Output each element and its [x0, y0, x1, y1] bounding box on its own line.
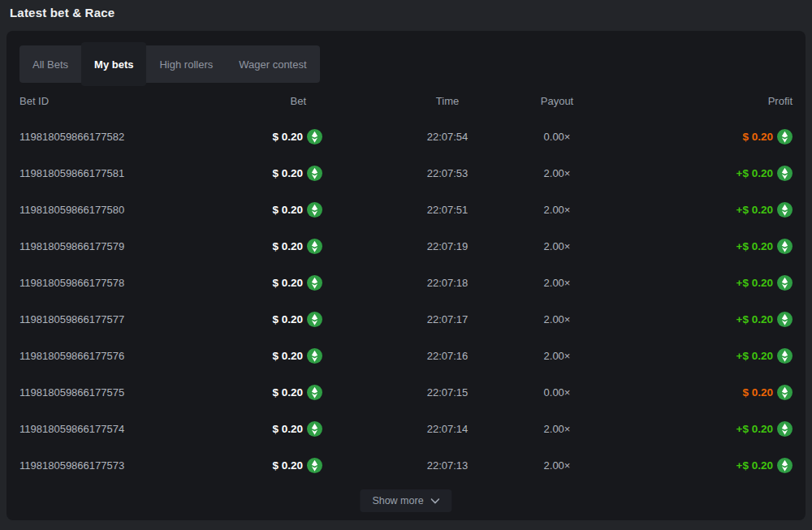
eth-classic-coin-icon [307, 458, 322, 473]
tab-high-rollers[interactable]: High rollers [146, 45, 226, 83]
profit-cell: +$ 0.20 [614, 301, 793, 338]
bet-id-cell: 119818059866177582 [19, 118, 124, 155]
profit-cell: $ 0.20 [614, 374, 793, 411]
bet-time-cell: 22:07:13 [382, 447, 512, 484]
table-row[interactable]: 119818059866177575 $ 0.20 22:07:15 0.00×… [19, 374, 793, 411]
bet-amount-cell: $ 0.20 [144, 447, 322, 484]
column-header-time: Time [382, 94, 512, 107]
profit-value: +$ 0.20 [736, 459, 773, 472]
bet-id-cell: 119818059866177573 [19, 447, 124, 484]
bet-id-cell: 119818059866177577 [19, 301, 124, 338]
payout-cell: 2.00× [500, 228, 614, 265]
bet-amount-value: $ 0.20 [272, 350, 303, 362]
bet-time-cell: 22:07:51 [382, 192, 512, 228]
profit-value: +$ 0.20 [736, 313, 773, 325]
eth-classic-coin-icon [777, 385, 793, 400]
bet-id-cell: 119818059866177581 [19, 155, 124, 192]
table-row[interactable]: 119818059866177580 $ 0.20 22:07:51 2.00×… [19, 192, 793, 228]
eth-classic-coin-icon [777, 348, 793, 364]
profit-cell: +$ 0.20 [614, 228, 793, 265]
eth-classic-coin-icon [777, 166, 793, 181]
eth-classic-coin-icon [777, 239, 793, 254]
profit-value: +$ 0.20 [736, 240, 773, 252]
column-header-payout: Payout [500, 94, 614, 107]
tab-wager-contest[interactable]: Wager contest [226, 45, 319, 83]
table-row[interactable]: 119818059866177577 $ 0.20 22:07:17 2.00×… [19, 301, 793, 338]
bet-amount-cell: $ 0.20 [144, 118, 322, 155]
eth-classic-coin-icon [777, 458, 793, 473]
eth-classic-coin-icon [307, 129, 322, 144]
profit-cell: +$ 0.20 [614, 411, 793, 447]
bet-amount-cell: $ 0.20 [144, 301, 322, 338]
payout-cell: 2.00× [500, 192, 614, 228]
show-more-button[interactable]: Show more [360, 489, 451, 512]
latest-bet-race-section: Latest bet & Race All Bets My bets High … [0, 0, 812, 530]
table-row[interactable]: 119818059866177581 $ 0.20 22:07:53 2.00×… [19, 155, 793, 192]
bet-amount-value: $ 0.20 [272, 277, 303, 289]
table-row[interactable]: 119818059866177579 $ 0.20 22:07:19 2.00×… [19, 228, 793, 265]
bet-amount-cell: $ 0.20 [144, 155, 322, 192]
profit-cell: +$ 0.20 [614, 447, 793, 484]
bet-time-cell: 22:07:17 [382, 301, 512, 338]
bet-amount-cell: $ 0.20 [144, 338, 322, 374]
eth-classic-coin-icon [307, 312, 322, 327]
column-header-profit: Profit [614, 94, 793, 107]
eth-classic-coin-icon [777, 312, 793, 327]
payout-cell: 0.00× [500, 118, 614, 155]
bet-time-cell: 22:07:19 [382, 228, 512, 265]
bet-id-cell: 119818059866177574 [19, 411, 124, 447]
bet-time-cell: 22:07:54 [382, 118, 512, 155]
bet-amount-value: $ 0.20 [272, 313, 303, 325]
profit-value: $ 0.20 [742, 131, 773, 143]
eth-classic-coin-icon [307, 166, 322, 181]
table-row[interactable]: 119818059866177574 $ 0.20 22:07:14 2.00×… [19, 411, 793, 447]
eth-classic-coin-icon [307, 239, 322, 254]
profit-value: +$ 0.20 [736, 204, 773, 216]
tab-all-bets[interactable]: All Bets [19, 45, 81, 83]
payout-cell: 2.00× [500, 301, 614, 338]
table-row[interactable]: 119818059866177573 $ 0.20 22:07:13 2.00×… [19, 447, 793, 484]
profit-cell: +$ 0.20 [614, 192, 793, 228]
bet-amount-value: $ 0.20 [272, 204, 303, 216]
eth-classic-coin-icon [307, 421, 322, 437]
eth-classic-coin-icon [307, 275, 322, 291]
table-row[interactable]: 119818059866177582 $ 0.20 22:07:54 0.00×… [19, 118, 793, 155]
bet-amount-value: $ 0.20 [272, 423, 303, 435]
show-more-label: Show more [372, 495, 423, 506]
profit-cell: +$ 0.20 [614, 265, 793, 301]
bet-amount-cell: $ 0.20 [144, 411, 322, 447]
eth-classic-coin-icon [777, 275, 793, 291]
bets-tab-bar: All Bets My bets High rollers Wager cont… [19, 45, 320, 83]
table-header: Bet ID Bet Time Payout Profit [19, 94, 793, 107]
bet-id-cell: 119818059866177579 [19, 228, 124, 265]
bet-amount-cell: $ 0.20 [144, 374, 322, 411]
bet-time-cell: 22:07:14 [382, 411, 512, 447]
tab-my-bets[interactable]: My bets [81, 42, 146, 86]
profit-value: $ 0.20 [742, 386, 773, 399]
bet-amount-value: $ 0.20 [272, 167, 303, 179]
bets-panel: All Bets My bets High rollers Wager cont… [6, 31, 806, 520]
profit-value: +$ 0.20 [736, 167, 773, 179]
table-row[interactable]: 119818059866177576 $ 0.20 22:07:16 2.00×… [19, 338, 793, 374]
payout-cell: 0.00× [500, 374, 614, 411]
eth-classic-coin-icon [777, 421, 793, 437]
bet-time-cell: 22:07:16 [382, 338, 512, 374]
bet-amount-value: $ 0.20 [272, 131, 303, 143]
payout-cell: 2.00× [500, 155, 614, 192]
payout-cell: 2.00× [500, 338, 614, 374]
column-header-bet: Bet [144, 94, 322, 107]
bet-id-cell: 119818059866177575 [19, 374, 124, 411]
bet-time-cell: 22:07:18 [382, 265, 512, 301]
eth-classic-coin-icon [307, 202, 322, 218]
bet-amount-cell: $ 0.20 [144, 265, 322, 301]
profit-cell: +$ 0.20 [614, 338, 793, 374]
table-body: 119818059866177582 $ 0.20 22:07:54 0.00×… [19, 118, 793, 484]
payout-cell: 2.00× [500, 265, 614, 301]
table-row[interactable]: 119818059866177578 $ 0.20 22:07:18 2.00×… [19, 265, 793, 301]
column-header-bet-id: Bet ID [19, 94, 49, 107]
bet-id-cell: 119818059866177578 [19, 265, 124, 301]
eth-classic-coin-icon [777, 129, 793, 144]
profit-value: +$ 0.20 [736, 350, 773, 362]
bet-amount-cell: $ 0.20 [144, 228, 322, 265]
bet-amount-cell: $ 0.20 [144, 192, 322, 228]
